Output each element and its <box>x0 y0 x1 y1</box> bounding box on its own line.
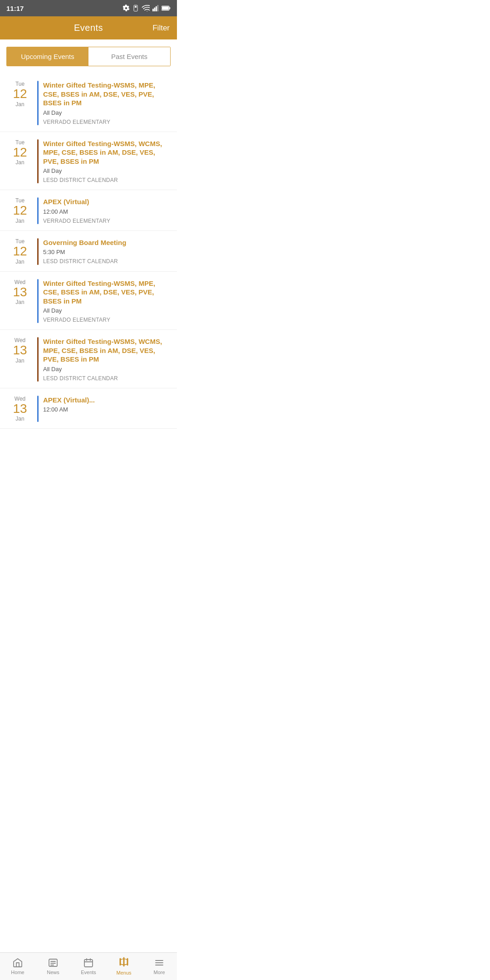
event-date: Tue 12 Jan <box>6 238 34 265</box>
event-location: VERRADO ELEMENTARY <box>43 218 171 224</box>
svg-point-2 <box>147 11 147 11</box>
event-content: Winter Gifted Testing-WSMS, WCMS, MPE, C… <box>43 337 171 382</box>
event-divider <box>37 238 39 265</box>
event-day-name: Tue <box>6 197 34 204</box>
svg-rect-0 <box>134 5 137 11</box>
event-date: Tue 12 Jan <box>6 197 34 224</box>
event-day-num: 12 <box>6 87 34 101</box>
svg-rect-9 <box>162 7 169 10</box>
event-month: Jan <box>6 416 34 422</box>
status-time: 11:17 <box>6 5 24 12</box>
event-title: Winter Gifted Testing-WSMS, MPE, CSE, BS… <box>43 279 171 306</box>
event-month: Jan <box>6 299 34 305</box>
status-icons <box>122 5 171 12</box>
event-location: LESD DISTRICT CALENDAR <box>43 177 171 183</box>
event-day-name: Wed <box>6 396 34 402</box>
svg-rect-1 <box>135 6 137 7</box>
event-date: Wed 13 Jan <box>6 279 34 306</box>
event-item[interactable]: Wed 13 Jan Winter Gifted Testing-WSMS, M… <box>0 272 177 330</box>
event-day-name: Tue <box>6 139 34 146</box>
event-location: LESD DISTRICT CALENDAR <box>43 258 171 265</box>
event-time: All Day <box>43 366 171 372</box>
event-date: Tue 12 Jan <box>6 139 34 166</box>
event-title: Governing Board Meeting <box>43 238 171 247</box>
event-time: All Day <box>43 307 171 314</box>
event-day-name: Tue <box>6 238 34 245</box>
event-title: Winter Gifted Testing-WSMS, MPE, CSE, BS… <box>43 81 171 108</box>
svg-rect-4 <box>154 8 156 11</box>
event-item[interactable]: Wed 13 Jan APEX (Virtual)... 12:00 AM <box>0 388 177 429</box>
filter-button[interactable]: Filter <box>152 24 170 33</box>
battery-icon <box>162 5 171 11</box>
event-date: Wed 13 Jan <box>6 337 34 364</box>
event-day-num: 12 <box>6 146 34 160</box>
event-title: Winter Gifted Testing-WSMS, WCMS, MPE, C… <box>43 337 171 364</box>
event-day-num: 13 <box>6 285 34 299</box>
event-month: Jan <box>6 101 34 108</box>
status-bar: 11:17 <box>0 0 177 16</box>
event-divider <box>37 139 39 184</box>
sim-icon <box>132 5 139 12</box>
wifi-icon <box>142 5 150 11</box>
event-date: Wed 13 Jan <box>6 396 34 422</box>
event-divider <box>37 197 39 224</box>
settings-icon <box>122 5 130 12</box>
svg-rect-3 <box>152 9 154 11</box>
event-date: Tue 12 Jan <box>6 81 34 108</box>
event-day-name: Tue <box>6 81 34 87</box>
event-title: APEX (Virtual) <box>43 197 171 206</box>
event-divider <box>37 81 39 125</box>
event-item[interactable]: Tue 12 Jan Winter Gifted Testing-WSMS, W… <box>0 132 177 191</box>
event-month: Jan <box>6 218 34 224</box>
event-title: APEX (Virtual)... <box>43 396 171 405</box>
event-time: 12:00 AM <box>43 208 171 215</box>
event-location: VERRADO ELEMENTARY <box>43 119 171 125</box>
event-item[interactable]: Wed 13 Jan Winter Gifted Testing-WSMS, W… <box>0 330 177 388</box>
svg-rect-8 <box>169 7 170 10</box>
event-location: LESD DISTRICT CALENDAR <box>43 375 171 382</box>
event-item[interactable]: Tue 12 Jan Governing Board Meeting 5:30 … <box>0 231 177 272</box>
event-content: APEX (Virtual) 12:00 AM VERRADO ELEMENTA… <box>43 197 171 224</box>
event-month: Jan <box>6 358 34 364</box>
header-title: Events <box>74 23 103 33</box>
event-item[interactable]: Tue 12 Jan APEX (Virtual) 12:00 AM VERRA… <box>0 190 177 231</box>
event-time: All Day <box>43 109 171 116</box>
tab-past-events[interactable]: Past Events <box>88 47 170 66</box>
event-day-num: 12 <box>6 204 34 218</box>
event-day-num: 13 <box>6 343 34 358</box>
event-time: All Day <box>43 167 171 174</box>
event-content: Winter Gifted Testing-WSMS, MPE, CSE, BS… <box>43 81 171 125</box>
event-day-num: 13 <box>6 402 34 416</box>
header: Events Filter <box>0 16 177 39</box>
event-time: 12:00 AM <box>43 406 171 413</box>
event-title: Winter Gifted Testing-WSMS, WCMS, MPE, C… <box>43 139 171 166</box>
event-day-name: Wed <box>6 337 34 343</box>
event-divider <box>37 337 39 382</box>
event-content: Governing Board Meeting 5:30 PM LESD DIS… <box>43 238 171 265</box>
event-divider <box>37 396 39 422</box>
tab-selector: Upcoming Events Past Events <box>6 47 171 66</box>
event-month: Jan <box>6 259 34 265</box>
events-list: Tue 12 Jan Winter Gifted Testing-WSMS, M… <box>0 74 177 470</box>
event-content: APEX (Virtual)... 12:00 AM <box>43 396 171 416</box>
event-day-name: Wed <box>6 279 34 285</box>
event-content: Winter Gifted Testing-WSMS, WCMS, MPE, C… <box>43 139 171 184</box>
event-time: 5:30 PM <box>43 249 171 255</box>
event-divider <box>37 279 39 323</box>
event-day-num: 12 <box>6 245 34 259</box>
tab-upcoming-events[interactable]: Upcoming Events <box>7 47 88 66</box>
signal-icon <box>152 5 159 11</box>
event-month: Jan <box>6 159 34 166</box>
event-content: Winter Gifted Testing-WSMS, MPE, CSE, BS… <box>43 279 171 323</box>
svg-rect-6 <box>157 5 159 11</box>
event-location: VERRADO ELEMENTARY <box>43 317 171 323</box>
svg-rect-5 <box>156 6 157 11</box>
event-item[interactable]: Tue 12 Jan Winter Gifted Testing-WSMS, M… <box>0 74 177 132</box>
